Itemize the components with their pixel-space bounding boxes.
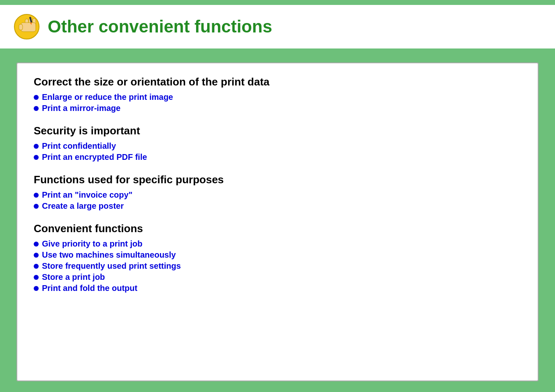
bullet-dot-icon xyxy=(34,242,39,247)
list-item[interactable]: Print an "invoice copy" xyxy=(34,190,521,200)
bullet-text: Store a print job xyxy=(42,272,105,282)
bullet-dot-icon xyxy=(34,144,39,149)
section-security: Security is importantPrint confidentiall… xyxy=(34,125,521,162)
list-item[interactable]: Print an encrypted PDF file xyxy=(34,152,521,162)
section-convenient-functions: Convenient functionsGive priority to a p… xyxy=(34,222,521,293)
list-item[interactable]: Give priority to a print job xyxy=(34,239,521,249)
bullet-dot-icon xyxy=(34,95,39,100)
bullet-text: Print an encrypted PDF file xyxy=(42,152,147,162)
page-header: Other convenient functions xyxy=(0,5,555,50)
list-item[interactable]: Store frequently used print settings xyxy=(34,261,521,271)
bullet-dot-icon xyxy=(34,286,39,291)
bullet-text: Enlarge or reduce the print image xyxy=(42,92,173,102)
bullet-text: Print and fold the output xyxy=(42,284,137,293)
bullet-dot-icon xyxy=(34,253,39,258)
top-bar xyxy=(0,0,555,5)
bullet-text: Store frequently used print settings xyxy=(42,261,181,271)
section-title-security: Security is important xyxy=(34,125,521,137)
list-item[interactable]: Create a large poster xyxy=(34,201,521,211)
list-item[interactable]: Print and fold the output xyxy=(34,284,521,293)
list-item[interactable]: Enlarge or reduce the print image xyxy=(34,92,521,102)
bullet-dot-icon xyxy=(34,106,39,111)
bullet-dot-icon xyxy=(34,155,39,160)
bullet-dot-icon xyxy=(34,193,39,198)
list-item[interactable]: Print confidentially xyxy=(34,141,521,151)
list-item[interactable]: Print a mirror-image xyxy=(34,104,521,113)
header-icon xyxy=(12,12,41,41)
bullet-dot-icon xyxy=(34,275,39,280)
section-title-correct-size: Correct the size or orientation of the p… xyxy=(34,76,521,88)
bullet-text: Print confidentially xyxy=(42,141,116,151)
svg-rect-4 xyxy=(21,23,36,32)
page-title: Other convenient functions xyxy=(48,17,272,37)
bullet-dot-icon xyxy=(34,204,39,209)
section-title-specific-purposes: Functions used for specific purposes xyxy=(34,173,521,186)
list-item[interactable]: Use two machines simultaneously xyxy=(34,250,521,260)
bullet-text: Create a large poster xyxy=(42,201,124,211)
bullet-dot-icon xyxy=(34,264,39,269)
bullet-text: Print an "invoice copy" xyxy=(42,190,132,200)
hand-icon xyxy=(14,14,40,40)
bullet-text: Use two machines simultaneously xyxy=(42,250,176,260)
content-area: Correct the size or orientation of the p… xyxy=(0,50,555,392)
section-specific-purposes: Functions used for specific purposesPrin… xyxy=(34,173,521,211)
section-correct-size: Correct the size or orientation of the p… xyxy=(34,76,521,113)
white-content-box: Correct the size or orientation of the p… xyxy=(16,62,539,381)
svg-rect-5 xyxy=(19,24,23,30)
list-item[interactable]: Store a print job xyxy=(34,272,521,282)
bullet-text: Give priority to a print job xyxy=(42,239,142,249)
section-title-convenient-functions: Convenient functions xyxy=(34,222,521,235)
bullet-text: Print a mirror-image xyxy=(42,104,120,113)
